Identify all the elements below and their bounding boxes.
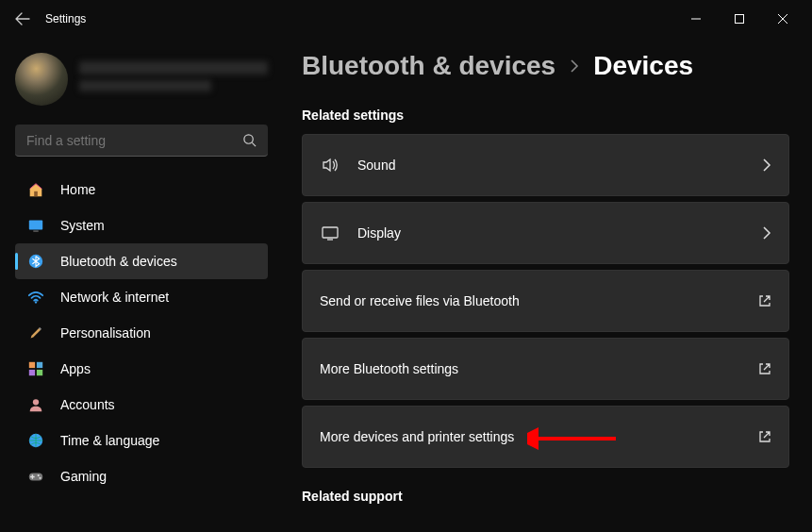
card-more-devices-printers[interactable]: More devices and printer settings: [302, 406, 789, 468]
nav-network-label: Network & internet: [60, 290, 169, 305]
svg-rect-9: [29, 370, 35, 375]
section-related-settings: Related settings: [302, 108, 789, 123]
system-icon: [26, 216, 45, 235]
nav-personal-label: Personalisation: [60, 325, 151, 341]
nav-gaming-label: Gaming: [60, 469, 107, 484]
nav-time-label: Time & language: [60, 433, 159, 448]
card-printers-label: More devices and printer settings: [320, 429, 741, 444]
accounts-icon: [26, 395, 45, 414]
close-icon: [778, 14, 787, 24]
bluetooth-icon: [26, 252, 45, 271]
chevron-right-icon: [569, 59, 580, 73]
nav-personalisation[interactable]: Personalisation: [15, 315, 268, 351]
maximize-button[interactable]: [718, 4, 761, 34]
minimize-button[interactable]: [674, 4, 718, 34]
svg-point-11: [33, 399, 39, 405]
section-related-support: Related support: [302, 489, 789, 504]
minimize-icon: [691, 14, 701, 24]
chevron-right-icon: [762, 226, 771, 240]
display-icon: [320, 224, 340, 242]
svg-rect-16: [323, 227, 338, 238]
maximize-icon: [735, 14, 744, 24]
close-button[interactable]: [761, 4, 804, 34]
nav-accounts[interactable]: Accounts: [15, 387, 268, 423]
nav-system-label: System: [60, 218, 105, 233]
chevron-right-icon: [762, 158, 771, 172]
svg-rect-7: [29, 362, 35, 368]
profile-block[interactable]: [15, 45, 268, 125]
nav-bluetooth-label: Bluetooth & devices: [60, 254, 177, 269]
svg-rect-0: [736, 15, 744, 24]
svg-rect-3: [29, 221, 42, 230]
back-button[interactable]: [8, 4, 38, 34]
external-link-icon: [758, 362, 771, 375]
nav-network[interactable]: Network & internet: [15, 279, 268, 315]
card-display-label: Display: [357, 225, 745, 241]
svg-rect-10: [37, 370, 42, 375]
nav-accounts-label: Accounts: [60, 397, 115, 412]
main-panel[interactable]: Bluetooth & devices Devices Related sett…: [283, 38, 812, 532]
breadcrumb-parent[interactable]: Bluetooth & devices: [302, 51, 555, 81]
search-box[interactable]: [15, 125, 268, 157]
svg-rect-4: [33, 230, 38, 231]
home-icon: [26, 180, 45, 199]
nav-home-label: Home: [60, 182, 95, 197]
breadcrumb-current: Devices: [593, 51, 693, 81]
external-link-icon: [758, 430, 771, 443]
paintbrush-icon: [26, 324, 45, 342]
card-bluetooth-files[interactable]: Send or receive files via Bluetooth: [302, 270, 789, 332]
wifi-icon: [26, 288, 45, 307]
window-title: Settings: [45, 12, 86, 25]
search-input[interactable]: [26, 133, 242, 148]
svg-rect-8: [37, 362, 42, 368]
nav-system[interactable]: System: [15, 208, 268, 243]
svg-point-15: [39, 477, 41, 479]
card-btfiles-label: Send or receive files via Bluetooth: [320, 293, 741, 308]
arrow-left-icon: [15, 11, 30, 26]
card-sound-label: Sound: [357, 158, 745, 173]
svg-rect-2: [34, 191, 38, 196]
external-link-icon: [758, 294, 771, 308]
nav-apps-label: Apps: [60, 361, 91, 376]
sidebar: Home System Bluetooth & devices Network …: [0, 38, 283, 532]
profile-text: [79, 61, 268, 97]
nav-home[interactable]: Home: [15, 172, 268, 208]
card-more-bluetooth[interactable]: More Bluetooth settings: [302, 338, 789, 400]
card-morebt-label: More Bluetooth settings: [320, 361, 741, 376]
breadcrumb: Bluetooth & devices Devices: [302, 51, 789, 81]
gamepad-icon: [26, 467, 45, 486]
svg-point-6: [35, 301, 37, 303]
clock-globe-icon: [26, 431, 45, 450]
nav-apps[interactable]: Apps: [15, 351, 268, 387]
nav-bluetooth[interactable]: Bluetooth & devices: [15, 243, 268, 279]
card-display[interactable]: Display: [302, 202, 789, 264]
nav-time[interactable]: Time & language: [15, 423, 268, 458]
nav-gaming[interactable]: Gaming: [15, 458, 268, 494]
card-sound[interactable]: Sound: [302, 134, 789, 196]
apps-icon: [26, 359, 45, 378]
avatar: [15, 53, 68, 106]
svg-point-14: [38, 474, 40, 476]
title-bar: Settings: [0, 0, 812, 38]
search-icon: [242, 133, 257, 147]
svg-point-1: [244, 135, 253, 143]
nav-list: Home System Bluetooth & devices Network …: [15, 172, 268, 494]
sound-icon: [320, 156, 340, 175]
